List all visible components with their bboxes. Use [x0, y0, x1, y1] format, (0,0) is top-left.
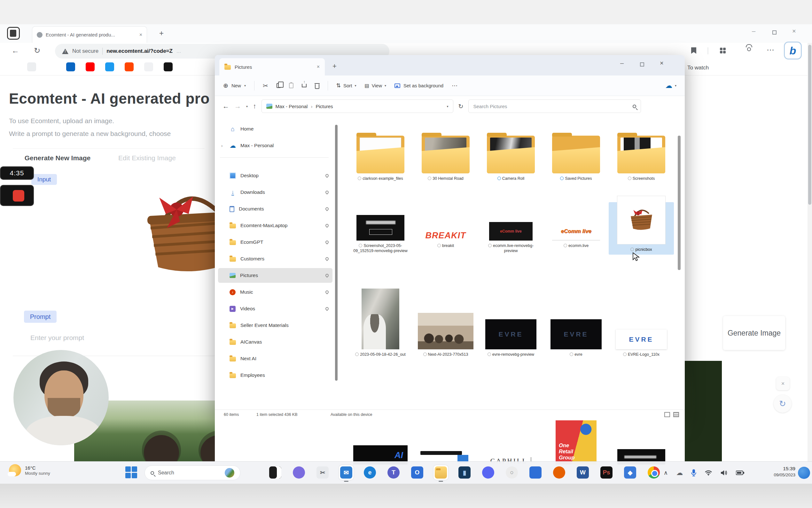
- delete-icon[interactable]: [315, 84, 319, 89]
- battery-icon[interactable]: [736, 471, 744, 475]
- bookmark-favicon[interactable]: [66, 62, 75, 71]
- bookmark-favicon[interactable]: [754, 64, 762, 72]
- set-as-background-button[interactable]: Set as background: [394, 83, 443, 88]
- breadcrumb[interactable]: Max - Personal › Pictures ▾: [261, 99, 453, 113]
- browser-close-button[interactable]: ×: [792, 28, 796, 35]
- page-scrollbar-thumb[interactable]: [808, 45, 811, 205]
- explorer-close-button[interactable]: ×: [660, 59, 664, 67]
- task-view[interactable]: [268, 465, 283, 480]
- microphone-icon[interactable]: [691, 469, 696, 476]
- edge[interactable]: e: [363, 465, 377, 480]
- file-item[interactable]: Camera Roll: [478, 125, 543, 181]
- explorer-titlebar[interactable]: Pictures × + – ×: [215, 55, 685, 76]
- discord[interactable]: [481, 465, 495, 480]
- generate-image-button[interactable]: Generate Image: [723, 316, 785, 350]
- more-options-icon[interactable]: ⋯: [452, 82, 458, 89]
- regenerate-icon[interactable]: ↻: [774, 395, 792, 413]
- prompt-placeholder[interactable]: Enter your prompt: [30, 334, 84, 342]
- file-item[interactable]: AI: [348, 420, 413, 465]
- notification-badge-icon[interactable]: [798, 467, 810, 479]
- bing-discover-icon[interactable]: b: [784, 42, 802, 59]
- refresh-icon[interactable]: ↻: [459, 103, 464, 110]
- file-item[interactable]: [609, 420, 674, 465]
- sidebar-item[interactable]: Ecomtent-MaxLaptop: [218, 218, 332, 233]
- explorer-maximize-button[interactable]: [640, 61, 644, 68]
- view-button[interactable]: ▤ View ▾: [365, 83, 386, 89]
- forward-icon[interactable]: →: [234, 102, 241, 110]
- explorer-search-box[interactable]: Search Pictures: [468, 99, 641, 113]
- chrome[interactable]: [647, 465, 661, 480]
- outlook[interactable]: O: [410, 465, 425, 480]
- back-icon[interactable]: ←: [11, 46, 19, 55]
- bookmark-favicon[interactable]: [105, 62, 114, 71]
- up-icon[interactable]: ↑: [253, 102, 256, 110]
- bookmark-favicon[interactable]: [771, 64, 780, 72]
- file-item[interactable]: One Retail Group: [543, 420, 609, 465]
- file-item[interactable]: eComm live ecomm.live-removebg-preview: [478, 202, 543, 255]
- file-item[interactable]: 30 Hemstal Road: [413, 125, 478, 181]
- tab-generate-new-image[interactable]: Generate New Image: [13, 149, 102, 167]
- file-item[interactable]: [413, 420, 478, 465]
- explorer-minimize-button[interactable]: –: [620, 59, 624, 67]
- browser-maximize-button[interactable]: [772, 29, 776, 36]
- file-item[interactable]: BREAKIT breakit: [413, 202, 478, 255]
- expander-icon[interactable]: ›: [221, 143, 223, 148]
- terminal[interactable]: ▮: [457, 465, 472, 480]
- sidebar-item[interactable]: EcomGPT: [218, 235, 332, 250]
- teams[interactable]: T: [386, 465, 401, 480]
- wifi-icon[interactable]: [705, 470, 712, 476]
- file-grid-scrollbar-thumb[interactable]: [678, 136, 681, 270]
- paint[interactable]: ◆: [623, 465, 637, 480]
- tab-close-icon[interactable]: ×: [317, 64, 320, 70]
- chevron-down-icon[interactable]: ▾: [447, 104, 448, 108]
- breadcrumb-current[interactable]: Pictures: [316, 103, 333, 109]
- speaker-icon[interactable]: [721, 470, 728, 476]
- extensions-icon[interactable]: [720, 48, 726, 53]
- bookmark-favicon[interactable]: [27, 62, 36, 71]
- onedrive-tray-icon[interactable]: ☁: [676, 469, 683, 477]
- sidebar-scrollbar-thumb[interactable]: [335, 125, 338, 381]
- firefox[interactable]: [552, 465, 567, 480]
- new-tab-button[interactable]: +: [159, 29, 164, 38]
- sidebar-item[interactable]: Videos: [218, 301, 332, 316]
- bookmark-favicon[interactable]: [125, 62, 134, 71]
- bookmark-favicon[interactable]: [718, 64, 727, 72]
- bookmark-favicon[interactable]: [735, 64, 745, 72]
- file-item[interactable]: CAPHILL: [478, 420, 543, 465]
- bookmark-favicon[interactable]: [164, 62, 173, 71]
- chat[interactable]: [292, 465, 306, 480]
- to-watch-folder[interactable]: To watch: [687, 65, 709, 71]
- new-button[interactable]: ⊕ New ▾: [223, 82, 246, 89]
- browser-minimize-button[interactable]: –: [752, 28, 755, 35]
- sort-button[interactable]: ⇅ Sort ▾: [336, 82, 356, 89]
- explorer-tab[interactable]: Pictures ×: [219, 58, 325, 76]
- hidden-icons-chevron[interactable]: ∧: [664, 469, 668, 476]
- back-icon[interactable]: ←: [223, 102, 229, 110]
- clock[interactable]: 15:39 09/05/2023: [763, 465, 795, 478]
- file-explorer[interactable]: [433, 465, 448, 480]
- file-item[interactable]: Saved Pictures: [543, 125, 609, 181]
- photoshop[interactable]: Ps: [599, 465, 614, 480]
- vscode[interactable]: [528, 465, 543, 480]
- file-item[interactable]: clarkson example_files: [348, 125, 413, 181]
- bookmark-favicon[interactable]: [144, 62, 153, 71]
- mail[interactable]: ✉: [339, 465, 353, 480]
- snipping-tool[interactable]: ✂: [315, 465, 330, 480]
- file-item[interactable]: eComm live ecomm.live: [543, 202, 609, 255]
- taskbar-search[interactable]: Search: [144, 465, 240, 480]
- file-item[interactable]: EVRE evre: [543, 285, 609, 357]
- favorites-icon[interactable]: [691, 47, 696, 54]
- weather-widget[interactable]: 16°C Mostly sunny: [9, 464, 50, 476]
- sidebar-item[interactable]: Desktop: [218, 168, 332, 183]
- tab-edit-existing-image[interactable]: Edit Existing Image: [102, 149, 192, 167]
- sidebar-item[interactable]: › Max - Personal: [218, 138, 332, 153]
- bookmark-favicon[interactable]: [8, 62, 17, 71]
- explorer-new-tab-button[interactable]: +: [332, 62, 337, 70]
- cut-icon[interactable]: ✂: [263, 82, 268, 90]
- obs[interactable]: ○: [505, 465, 519, 480]
- sidebar-item[interactable]: Customers: [218, 251, 332, 266]
- share-icon[interactable]: [302, 84, 306, 87]
- stop-recording-button[interactable]: [13, 190, 24, 202]
- paste-icon[interactable]: [289, 83, 293, 88]
- file-item[interactable]: 2023-05-09-18-42-26_out: [348, 285, 413, 357]
